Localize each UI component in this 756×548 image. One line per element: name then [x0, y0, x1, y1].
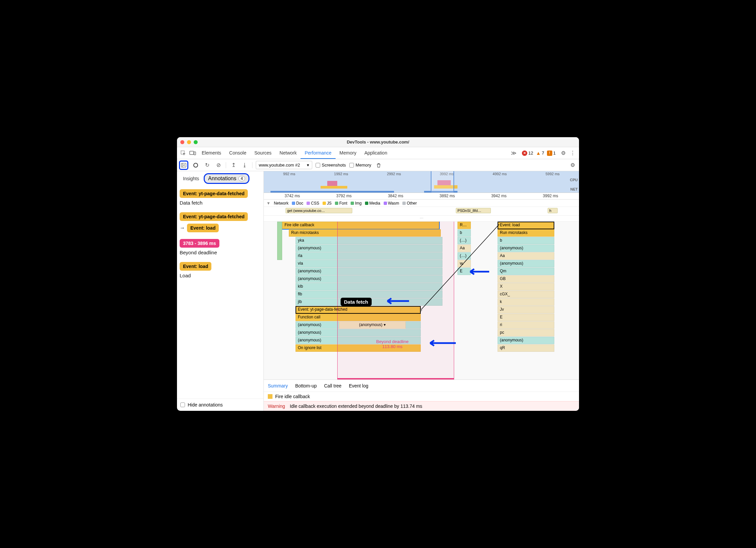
more-tabs-icon[interactable]: ≫ — [509, 150, 519, 156]
ruler-tick: 3892 ms — [439, 194, 455, 199]
sidebar-tabs: Insights Annotations 4 — [177, 171, 263, 186]
flame-chart[interactable]: Data fetch Load Beyond deadline 113.80 m… — [264, 222, 579, 379]
network-bars[interactable]: get (www.youtube.co…PSDnSI_8fd…h — [264, 207, 579, 216]
warning-badge[interactable]: ▲7 — [536, 150, 544, 156]
kebab-menu-icon[interactable]: ⋮ — [568, 150, 577, 156]
deadline-label: Beyond deadline — [364, 339, 421, 344]
network-request-bar[interactable]: h — [548, 208, 558, 213]
network-legend: DocCSSJSFontImgMediaWasmOther — [292, 201, 417, 206]
overview-timeline[interactable]: 992 ms1992 ms2992 ms3992 ms4992 ms5992 m… — [264, 171, 579, 193]
flame-entry[interactable]: (anonymous) — [498, 260, 554, 267]
performance-toolbar: ↻ ⊘ ↥ ⭳ www.youtube.com #2 ▾ Screenshots… — [177, 159, 579, 171]
network-label: Network — [274, 201, 289, 206]
legend-item: CSS — [307, 201, 319, 206]
titlebar: DevTools - www.youtube.com/ — [177, 137, 579, 147]
legend-item: Other — [402, 201, 417, 206]
annotation-item[interactable]: 3783 - 3896 msBeyond deadline — [180, 239, 261, 255]
tab-application[interactable]: Application — [360, 148, 391, 159]
recording-select[interactable]: www.youtube.com #2 ▾ — [256, 161, 312, 169]
flame-entry[interactable]: E — [498, 314, 554, 321]
main-tab-row: ElementsConsoleSourcesNetworkPerformance… — [177, 147, 579, 159]
arrow-right-icon: → — [180, 225, 185, 231]
tab-performance[interactable]: Performance — [301, 148, 335, 159]
clear-icon[interactable]: ⊘ — [214, 161, 222, 169]
tab-annotations[interactable]: Annotations 4 — [204, 173, 249, 184]
flame-entry[interactable]: cGX_ — [498, 291, 554, 298]
status-badges: ✕12 ▲7 !1 — [519, 150, 558, 156]
memory-checkbox[interactable]: Memory — [349, 163, 371, 168]
tab-network[interactable]: Network — [275, 148, 301, 159]
detail-tab-bottom-up[interactable]: Bottom-up — [295, 383, 317, 388]
recording-url: www.youtube.com #2 — [259, 163, 300, 168]
detail-tab-event-log[interactable]: Event log — [349, 383, 368, 388]
tab-console[interactable]: Console — [225, 148, 250, 159]
detail-tab-summary[interactable]: Summary — [268, 383, 288, 388]
flame-entry[interactable]: Event: load — [498, 222, 554, 229]
inspect-icon[interactable] — [179, 149, 188, 158]
detail-tab-call-tree[interactable]: Call tree — [324, 383, 342, 388]
annotation-item[interactable]: Event: loadLoad — [180, 262, 261, 278]
settings-icon[interactable]: ⚙ — [559, 150, 568, 156]
chevron-down-icon: ▾ — [307, 163, 309, 168]
cpu-label: CPU — [570, 178, 578, 182]
flame-entry[interactable]: Run microtasks — [498, 229, 554, 237]
annotation-item[interactable]: Event: yt-page-data-fetched→Event: load — [180, 212, 261, 232]
flame-entry[interactable]: qR — [498, 344, 554, 352]
record-icon[interactable] — [192, 161, 200, 169]
network-request-bar[interactable]: PSDnSI_8fd… — [456, 208, 491, 213]
flame-entry[interactable]: Aa — [498, 252, 554, 260]
device-toggle-icon[interactable] — [188, 149, 197, 158]
overview-tick: 992 ms — [283, 172, 295, 176]
flame-entry[interactable]: pc — [498, 329, 554, 336]
window-title: DevTools - www.youtube.com/ — [177, 140, 579, 145]
legend-item: Media — [365, 201, 380, 206]
annotation-link-pill: Event: load — [187, 224, 219, 232]
flame-entry[interactable]: ri — [498, 321, 554, 329]
flame-entry[interactable]: Qm — [498, 268, 554, 275]
callout-data-fetch: Data fetch — [341, 298, 372, 306]
ellipsis-row: ⋯ — [264, 216, 579, 222]
time-ruler[interactable]: 3742 ms3792 ms3842 ms3892 ms3942 ms3992 … — [264, 193, 579, 200]
annotation-pill: Event: yt-page-data-fetched — [180, 212, 248, 221]
tab-memory[interactable]: Memory — [336, 148, 361, 159]
hide-annotations-label: Hide annotations — [188, 402, 223, 407]
network-track-header[interactable]: ▼ Network DocCSSJSFontImgMediaWasmOther — [264, 200, 579, 207]
flame-entry[interactable] — [277, 222, 282, 260]
hide-annotations-checkbox[interactable] — [180, 402, 185, 407]
tab-sources[interactable]: Sources — [250, 148, 275, 159]
upload-icon[interactable]: ↥ — [229, 161, 237, 169]
gc-icon[interactable] — [375, 161, 383, 169]
flame-entry[interactable]: Jv — [498, 306, 554, 313]
svg-line-9 — [421, 224, 499, 310]
panel-settings-icon[interactable]: ⚙ — [568, 162, 577, 168]
flame-entry[interactable]: (anonymous) — [498, 245, 554, 252]
legend-item: Font — [335, 201, 347, 206]
main-panel: 992 ms1992 ms2992 ms3992 ms4992 ms5992 m… — [264, 171, 579, 411]
download-icon[interactable]: ⭳ — [241, 161, 249, 169]
flame-entry[interactable]: X — [498, 283, 554, 290]
tab-elements[interactable]: Elements — [198, 148, 225, 159]
legend-item: Doc — [292, 201, 303, 206]
annotation-item[interactable]: Event: yt-page-data-fetchedData fetch — [180, 189, 261, 206]
error-badge[interactable]: ✕12 — [522, 151, 533, 156]
flame-entry[interactable]: GB — [498, 275, 554, 283]
deadline-time: 113.80 ms — [364, 344, 421, 349]
info-badge[interactable]: !1 — [547, 151, 556, 156]
overview-tick: 4992 ms — [493, 172, 507, 176]
overview-ticks: 992 ms1992 ms2992 ms3992 ms4992 ms5992 m… — [264, 171, 579, 176]
flame-entry[interactable]: (anonymous) — [498, 337, 554, 344]
info-count: 1 — [553, 151, 556, 156]
sidebar-footer: Hide annotations — [177, 398, 263, 411]
warning-label: Warning — [268, 403, 285, 409]
sidebar-toggle-icon[interactable] — [179, 161, 188, 170]
flame-entry[interactable]: k — [498, 298, 554, 306]
network-request-bar[interactable]: get (www.youtube.co… — [286, 208, 352, 213]
warning-text: Idle callback execution extended beyond … — [290, 403, 422, 409]
annotations-count: 4 — [238, 176, 245, 181]
main-tabs: ElementsConsoleSourcesNetworkPerformance… — [198, 148, 508, 159]
screenshots-checkbox[interactable]: Screenshots — [316, 163, 346, 168]
flame-entry[interactable]: b — [498, 237, 554, 244]
tab-insights[interactable]: Insights — [180, 174, 202, 183]
summary-event-name: Fire idle callback — [275, 394, 310, 399]
reload-icon[interactable]: ↻ — [203, 161, 211, 169]
